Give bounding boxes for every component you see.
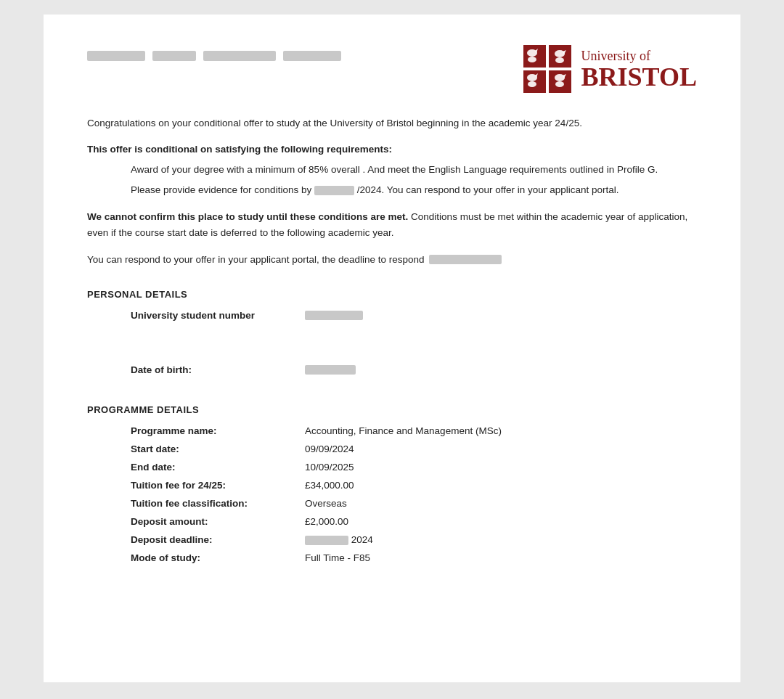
redacted-date: [314, 186, 354, 195]
programme-row-label: Start date:: [131, 443, 305, 454]
svg-point-9: [555, 50, 565, 57]
programme-detail-row: Start date:09/09/2024: [87, 443, 697, 454]
programme-row-value: 09/09/2024: [305, 443, 354, 454]
programme-row-value: 2024: [305, 534, 373, 545]
svg-point-17: [555, 81, 564, 87]
programme-detail-row: Tuition fee for 24/25:£34,000.00: [87, 480, 697, 491]
programme-row-label: Deposit deadline:: [131, 534, 305, 545]
programme-row-label: End date:: [131, 462, 305, 473]
programme-detail-row: Deposit deadline: 2024: [87, 534, 697, 545]
programme-row-value: Accounting, Finance and Management (MSc): [305, 425, 502, 436]
logo-text-block: University of BRISTOL: [581, 49, 697, 90]
document-page: University of BRISTOL Congratulations on…: [44, 15, 740, 682]
conditions-warning-bold: We cannot confirm this place to study un…: [87, 211, 408, 222]
requirement-2-suffix: /2024. You can respond to your offer in …: [357, 184, 619, 195]
respond-paragraph: You can respond to your offer in your ap…: [87, 253, 697, 267]
svg-rect-0: [523, 45, 547, 68]
programme-detail-row: Deposit amount:£2,000.00: [87, 516, 697, 527]
svg-point-14: [528, 81, 536, 87]
redacted-student-number: [305, 311, 363, 320]
redacted-address-4: [283, 51, 341, 61]
requirement-2-prefix: Please provide evidence for conditions b…: [131, 184, 311, 195]
conditional-heading: This offer is conditional on satisfying …: [87, 144, 697, 155]
programme-detail-row: End date:10/09/2025: [87, 462, 697, 473]
programme-details-heading: PROGRAMME DETAILS: [87, 404, 697, 415]
logo-university-label: University of: [581, 49, 697, 64]
svg-point-15: [555, 74, 565, 81]
requirement-1: Award of your degree with a minimum of 8…: [131, 162, 697, 178]
requirements-list: Award of your degree with a minimum of 8…: [131, 162, 697, 197]
student-number-row: University student number: [87, 310, 697, 321]
programme-row-label: Tuition fee classification:: [131, 498, 305, 509]
redacted-deposit-deadline: [305, 536, 348, 545]
programme-rows: Programme name:Accounting, Finance and M…: [87, 425, 697, 563]
programme-row-value: Overseas: [305, 498, 347, 509]
respond-prefix: You can respond to your offer in your ap…: [87, 253, 425, 267]
redacted-dob: [305, 365, 356, 375]
dob-label: Date of birth:: [131, 364, 305, 375]
logo-bristol-label: BRISTOL: [581, 64, 697, 90]
programme-row-value: Full Time - F85: [305, 552, 370, 563]
address-block: [87, 51, 341, 61]
intro-paragraph: Congratulations on your conditional offe…: [87, 116, 697, 131]
programme-row-value: £34,000.00: [305, 480, 354, 491]
personal-details-heading: PERSONAL DETAILS: [87, 289, 697, 300]
crest-icon: [522, 44, 573, 94]
programme-row-label: Mode of study:: [131, 552, 305, 563]
redacted-deadline: [429, 255, 502, 264]
redacted-address-3: [203, 51, 276, 61]
programme-detail-row: Programme name:Accounting, Finance and M…: [87, 425, 697, 436]
redacted-address-1: [87, 51, 145, 61]
svg-rect-5: [522, 68, 573, 70]
student-number-label: University student number: [131, 310, 305, 321]
svg-point-8: [528, 57, 536, 62]
programme-row-value: £2,000.00: [305, 516, 348, 527]
programme-detail-row: Mode of study:Full Time - F85: [87, 552, 697, 563]
university-logo: University of BRISTOL: [522, 44, 697, 94]
programme-detail-row: Tuition fee classification:Overseas: [87, 498, 697, 509]
conditions-warning: We cannot confirm this place to study un…: [87, 209, 697, 240]
programme-row-label: Programme name:: [131, 425, 305, 436]
svg-rect-2: [523, 70, 547, 93]
programme-row-label: Tuition fee for 24/25:: [131, 480, 305, 491]
svg-point-11: [555, 57, 564, 63]
redacted-address-2: [152, 51, 196, 61]
personal-details-section: PERSONAL DETAILS University student numb…: [87, 289, 697, 375]
dob-row: Date of birth:: [87, 364, 697, 375]
document-content: Congratulations on your conditional offe…: [87, 116, 697, 563]
programme-details-section: PROGRAMME DETAILS Programme name:Account…: [87, 404, 697, 563]
requirement-2: Please provide evidence for conditions b…: [131, 182, 697, 198]
programme-row-value: 10/09/2025: [305, 462, 354, 473]
programme-row-label: Deposit amount:: [131, 516, 305, 527]
header: University of BRISTOL: [87, 44, 697, 94]
